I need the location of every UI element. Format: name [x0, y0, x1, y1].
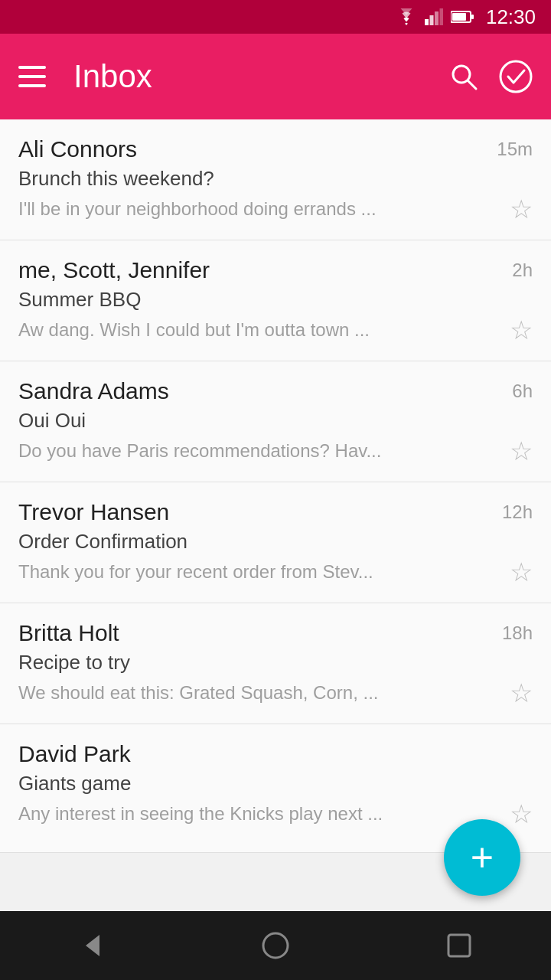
- search-icon[interactable]: [447, 60, 481, 93]
- email-header: Britta Holt 18h: [18, 620, 533, 646]
- svg-rect-3: [439, 8, 443, 25]
- email-sender: Sandra Adams: [18, 378, 503, 404]
- email-preview: Any interest in seeing the Knicks play n…: [18, 803, 462, 825]
- status-icons: 12:30: [396, 5, 536, 29]
- svg-rect-0: [425, 19, 429, 25]
- email-sender: Trevor Hansen: [18, 499, 493, 525]
- svg-rect-2: [435, 11, 439, 25]
- svg-point-11: [263, 933, 288, 958]
- fab-plus-icon: +: [471, 838, 494, 877]
- compose-fab[interactable]: +: [444, 819, 520, 896]
- email-header: me, Scott, Jennifer 2h: [18, 257, 533, 283]
- email-subject: Summer BBQ: [18, 288, 533, 312]
- email-body-row: Any interest in seeing the Knicks play n…: [18, 799, 533, 829]
- email-sender: me, Scott, Jennifer: [18, 257, 503, 283]
- back-button[interactable]: [78, 932, 106, 959]
- svg-rect-6: [452, 13, 466, 21]
- menu-icon[interactable]: [18, 66, 46, 87]
- email-sender: Ali Connors: [18, 136, 487, 162]
- signal-icon: [425, 8, 443, 25]
- email-sender: Britta Holt: [18, 620, 493, 646]
- email-item[interactable]: Sandra Adams 6h Oui Oui Do you have Pari…: [0, 361, 551, 482]
- email-item[interactable]: me, Scott, Jennifer 2h Summer BBQ Aw dan…: [0, 240, 551, 361]
- star-icon[interactable]: ☆: [510, 436, 533, 466]
- app-bar: Inbox: [0, 34, 551, 119]
- email-time: 6h: [512, 381, 533, 402]
- svg-rect-12: [448, 935, 470, 956]
- status-bar: 12:30: [0, 0, 551, 34]
- home-button[interactable]: [262, 932, 289, 959]
- email-time: 15m: [497, 139, 533, 160]
- email-preview: Do you have Paris recommendations? Hav..…: [18, 440, 462, 462]
- email-body-row: I'll be in your neighborhood doing erran…: [18, 194, 533, 224]
- email-body-row: We should eat this: Grated Squash, Corn,…: [18, 678, 533, 708]
- email-item[interactable]: Ali Connors 15m Brunch this weekend? I'l…: [0, 119, 551, 240]
- email-subject: Brunch this weekend?: [18, 167, 533, 191]
- email-preview: We should eat this: Grated Squash, Corn,…: [18, 682, 462, 704]
- email-subject: Oui Oui: [18, 409, 533, 433]
- email-header: Sandra Adams 6h: [18, 378, 533, 404]
- email-subject: Recipe to try: [18, 651, 533, 675]
- svg-rect-1: [429, 15, 433, 25]
- svg-line-8: [468, 80, 476, 89]
- email-time: 18h: [502, 622, 533, 644]
- email-preview: I'll be in your neighborhood doing erran…: [18, 198, 462, 220]
- battery-icon: [451, 10, 474, 24]
- email-body-row: Aw dang. Wish I could but I'm outta town…: [18, 315, 533, 345]
- email-body-row: Thank you for your recent order from Ste…: [18, 557, 533, 587]
- email-preview: Thank you for your recent order from Ste…: [18, 561, 462, 583]
- email-preview: Aw dang. Wish I could but I'm outta town…: [18, 319, 462, 341]
- bottom-nav-bar: [0, 911, 551, 980]
- email-header: David Park: [18, 741, 533, 767]
- email-item[interactable]: Britta Holt 18h Recipe to try We should …: [0, 603, 551, 724]
- star-icon[interactable]: ☆: [510, 678, 533, 708]
- email-time: 2h: [512, 260, 533, 281]
- star-icon[interactable]: ☆: [510, 315, 533, 345]
- star-icon[interactable]: ☆: [510, 799, 533, 829]
- email-time: 12h: [502, 501, 533, 523]
- email-item[interactable]: Trevor Hansen 12h Order Confirmation Tha…: [0, 482, 551, 603]
- svg-marker-10: [86, 935, 99, 956]
- email-header: Ali Connors 15m: [18, 136, 533, 162]
- star-icon[interactable]: ☆: [510, 557, 533, 587]
- svg-point-9: [500, 61, 531, 92]
- star-icon[interactable]: ☆: [510, 194, 533, 224]
- email-header: Trevor Hansen 12h: [18, 499, 533, 525]
- recents-button[interactable]: [445, 932, 473, 959]
- email-list: Ali Connors 15m Brunch this weekend? I'l…: [0, 119, 551, 853]
- wifi-icon: [396, 8, 417, 25]
- app-bar-title: Inbox: [73, 58, 429, 95]
- status-time: 12:30: [486, 5, 536, 29]
- check-circle-icon[interactable]: [499, 60, 533, 93]
- email-body-row: Do you have Paris recommendations? Hav..…: [18, 436, 533, 466]
- svg-rect-5: [471, 15, 474, 19]
- email-subject: Order Confirmation: [18, 530, 533, 554]
- email-sender: David Park: [18, 741, 523, 767]
- email-subject: Giants game: [18, 772, 533, 795]
